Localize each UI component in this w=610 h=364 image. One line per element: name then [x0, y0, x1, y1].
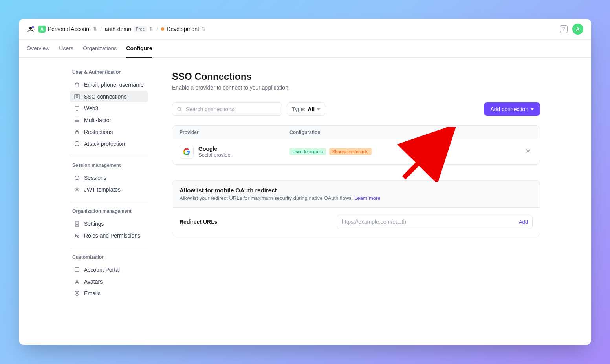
- allowlist-card: Allowlist for mobile OAuth redirect Allo…: [172, 180, 540, 236]
- badge-used-for-signin: Used for sign-in: [289, 148, 326, 155]
- portal-icon: [74, 267, 80, 273]
- chevron-updown-icon: ⇅: [93, 26, 97, 32]
- allowlist-header: Allowlist for mobile OAuth redirect Allo…: [172, 181, 540, 208]
- sidebar-item-label: Attack protection: [84, 141, 125, 147]
- sidebar: User & Authentication Email, phone, user…: [19, 58, 156, 344]
- sidebar-divider: [70, 249, 148, 249]
- chevron-updown-icon: ⇅: [202, 26, 205, 32]
- sidebar-heading-org: Organization management: [70, 209, 148, 214]
- svg-rect-4: [75, 132, 79, 134]
- sidebar-item-label: Avatars: [84, 278, 103, 285]
- allowlist-subtitle: Allowlist your redirect URLs for maximum…: [180, 195, 533, 201]
- toolbar: Type: All Add connection: [172, 102, 540, 116]
- breadcrumb-project[interactable]: auth-demo Free ⇅: [105, 26, 154, 32]
- breadcrumb-project-label: auth-demo: [105, 26, 131, 32]
- page-subtitle: Enable a provider to connect to your app…: [172, 84, 540, 91]
- chevron-updown-icon: ⇅: [149, 26, 153, 32]
- chevron-down-icon: [531, 108, 534, 110]
- sidebar-item-settings[interactable]: Settings: [70, 218, 148, 230]
- gear-icon: [74, 187, 80, 193]
- breadcrumb-account-label: Personal Account: [48, 26, 91, 32]
- sidebar-item-sessions[interactable]: Sessions: [70, 172, 148, 184]
- tab-users[interactable]: Users: [59, 40, 73, 58]
- sidebar-item-restrictions[interactable]: Restrictions: [70, 126, 148, 138]
- redirect-add-button[interactable]: Add: [519, 219, 528, 225]
- main-tabs: Overview Users Organizations Configure: [19, 40, 591, 58]
- svg-rect-6: [75, 222, 79, 226]
- svg-point-5: [76, 189, 78, 190]
- sidebar-item-label: Roles and Permissions: [84, 232, 140, 239]
- content: SSO Connections Enable a provider to con…: [156, 58, 591, 344]
- sidebar-item-account-portal[interactable]: Account Portal: [70, 264, 148, 276]
- breadcrumb-account[interactable]: A Personal Account ⇅: [38, 26, 97, 33]
- sidebar-item-emails[interactable]: Emails: [70, 287, 148, 299]
- table-header: Provider Configuration: [172, 126, 540, 139]
- breadcrumb-separator: /: [156, 26, 158, 32]
- svg-point-14: [527, 150, 529, 152]
- user-avatar[interactable]: A: [572, 24, 583, 35]
- sidebar-item-web3[interactable]: Web3: [70, 102, 148, 114]
- sidebar-item-mfa[interactable]: Multi-factor: [70, 114, 148, 126]
- building-icon: [74, 221, 80, 227]
- svg-point-7: [75, 234, 77, 236]
- learn-more-link[interactable]: Learn more: [354, 195, 380, 201]
- breadcrumb: A Personal Account ⇅ / auth-demo Free ⇅ …: [38, 26, 205, 33]
- redirect-url-input[interactable]: [337, 215, 533, 229]
- svg-point-10: [76, 280, 78, 282]
- plan-pill: Free: [134, 26, 147, 32]
- svg-point-13: [178, 107, 181, 110]
- svg-point-3: [76, 96, 78, 98]
- search-box: [172, 102, 282, 116]
- config-cell: Used for sign-in Shared credentials: [289, 148, 523, 155]
- provider-cell: Google Social provider: [180, 145, 289, 159]
- account-badge-icon: A: [38, 26, 46, 33]
- type-filter-button[interactable]: Type: All: [287, 102, 325, 116]
- sidebar-heading-session: Session management: [70, 163, 148, 168]
- sidebar-item-label: Restrictions: [84, 129, 113, 135]
- tab-overview[interactable]: Overview: [27, 40, 49, 58]
- svg-rect-2: [75, 94, 79, 99]
- refresh-icon: [74, 175, 80, 181]
- sidebar-item-label: Email, phone, username: [84, 82, 144, 88]
- breadcrumb-separator: /: [100, 26, 102, 32]
- row-settings-button[interactable]: [523, 146, 533, 157]
- clerk-logo-icon: [27, 25, 35, 33]
- provider-name: Google: [198, 146, 232, 152]
- svg-point-11: [75, 291, 79, 296]
- search-input[interactable]: [172, 102, 282, 116]
- help-icon[interactable]: ?: [560, 25, 568, 33]
- lock-icon: [74, 129, 80, 135]
- sidebar-divider: [70, 157, 148, 157]
- avatars-icon: [74, 278, 80, 285]
- body: User & Authentication Email, phone, user…: [19, 58, 591, 344]
- sidebar-item-label: Settings: [84, 221, 104, 227]
- sidebar-item-attack-protection[interactable]: Attack protection: [70, 138, 148, 150]
- sidebar-item-jwt[interactable]: JWT templates: [70, 184, 148, 196]
- table-row[interactable]: Google Social provider Used for sign-in …: [172, 139, 540, 164]
- search-icon: [177, 106, 182, 112]
- sidebar-item-sso[interactable]: SSO connections: [70, 91, 148, 102]
- sidebar-item-roles[interactable]: Roles and Permissions: [70, 230, 148, 241]
- app-window: A Personal Account ⇅ / auth-demo Free ⇅ …: [19, 19, 591, 345]
- tab-organizations[interactable]: Organizations: [83, 40, 117, 58]
- sidebar-item-email-phone[interactable]: Email, phone, username: [70, 79, 148, 91]
- page-title: SSO Connections: [172, 71, 540, 82]
- sso-icon: [74, 93, 80, 100]
- breadcrumb-environment[interactable]: Development ⇅: [161, 26, 205, 32]
- add-connection-button[interactable]: Add connection: [484, 102, 540, 116]
- sidebar-item-avatars[interactable]: Avatars: [70, 276, 148, 287]
- svg-rect-9: [75, 268, 79, 272]
- at-icon: [74, 290, 80, 296]
- sidebar-divider: [70, 203, 148, 203]
- roles-icon: [74, 232, 80, 239]
- allowlist-title: Allowlist for mobile OAuth redirect: [180, 187, 533, 194]
- add-connection-label: Add connection: [490, 106, 528, 112]
- tab-configure[interactable]: Configure: [126, 40, 152, 58]
- redirect-urls-label: Redirect URLs: [180, 219, 337, 225]
- mfa-icon: [74, 117, 80, 123]
- type-filter-value: All: [308, 106, 315, 112]
- col-header-provider: Provider: [180, 130, 289, 135]
- web3-icon: [74, 105, 80, 112]
- fingerprint-icon: [74, 82, 80, 88]
- sidebar-item-label: Account Portal: [84, 267, 120, 273]
